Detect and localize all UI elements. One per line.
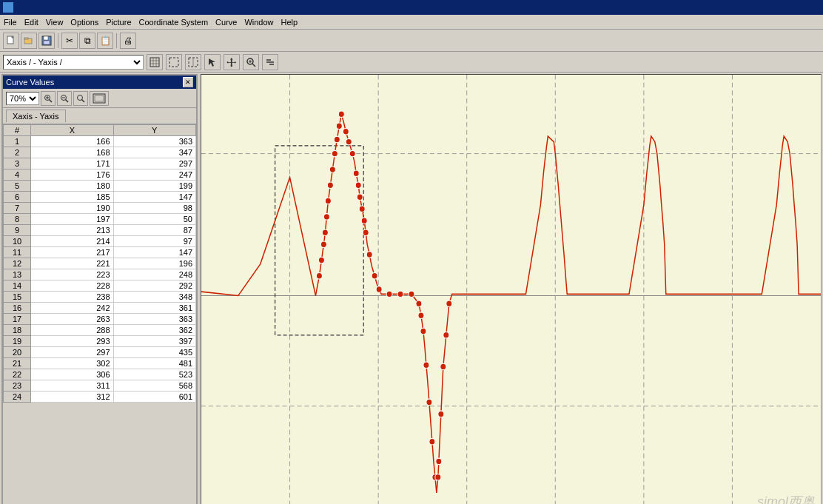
menu-options[interactable]: Options: [67, 17, 102, 27]
row-index: 22: [4, 369, 31, 380]
svg-point-60: [346, 138, 352, 145]
main-area: Curve Values ✕ 70% 50% 100% 150% 200%: [0, 73, 823, 504]
row-x: 168: [31, 147, 113, 158]
row-y: 348: [113, 292, 195, 303]
row-index: 11: [4, 247, 31, 258]
zoom-in-button[interactable]: [41, 91, 56, 106]
row-y: 292: [113, 280, 195, 292]
menu-window[interactable]: Window: [241, 17, 277, 27]
menu-help[interactable]: Help: [278, 17, 302, 27]
row-index: 13: [4, 269, 31, 280]
row-x: 311: [31, 380, 113, 392]
svg-point-86: [446, 300, 452, 307]
row-index: 24: [4, 392, 31, 403]
data-table-container[interactable]: # X Y 1 166 363 2 168 347 3 171 297 4 17…: [3, 124, 196, 504]
zoom-toolbar: 70% 50% 100% 150% 200%: [3, 89, 196, 108]
row-x: 242: [31, 303, 113, 314]
menu-edit[interactable]: Edit: [21, 17, 42, 27]
svg-point-31: [78, 95, 83, 100]
row-index: 1: [4, 136, 31, 147]
table-row: 13 223 248: [4, 269, 196, 280]
svg-point-64: [357, 194, 363, 201]
toolbar-separator-2: [116, 33, 117, 48]
svg-point-78: [426, 399, 432, 406]
svg-point-85: [443, 332, 449, 339]
axis-dropdown[interactable]: Xaxis / - Yaxis /: [3, 55, 144, 70]
select2-button[interactable]: [185, 54, 201, 70]
menu-file[interactable]: File: [0, 17, 21, 27]
svg-point-66: [361, 218, 367, 224]
svg-point-73: [409, 291, 414, 298]
row-y: 362: [113, 325, 195, 336]
menu-curve[interactable]: Curve: [212, 17, 241, 27]
menu-picture[interactable]: Picture: [102, 17, 135, 27]
svg-point-81: [435, 474, 441, 480]
print-button[interactable]: 🖨: [120, 33, 136, 49]
svg-rect-5: [44, 36, 48, 40]
row-index: 23: [4, 380, 31, 392]
svg-point-65: [359, 206, 365, 212]
row-x: 228: [31, 280, 113, 292]
svg-point-52: [325, 198, 331, 204]
menu-coordinate-system[interactable]: Coordinate System: [135, 17, 212, 27]
row-index: 15: [4, 292, 31, 303]
svg-point-50: [322, 229, 328, 236]
panel-close-button[interactable]: ✕: [183, 77, 193, 87]
row-index: 18: [4, 325, 31, 336]
table-row: 16 242 361: [4, 303, 196, 314]
cut-button[interactable]: ✂: [61, 33, 78, 49]
row-y: 196: [113, 258, 195, 269]
grid-button[interactable]: [147, 54, 163, 70]
row-index: 9: [4, 225, 31, 236]
row-index: 20: [4, 347, 31, 358]
new-button[interactable]: [3, 33, 19, 49]
svg-point-70: [376, 286, 382, 293]
panel-title: Curve Values: [6, 78, 54, 87]
select-button[interactable]: [166, 54, 182, 70]
paste-button[interactable]: 📋: [97, 33, 113, 49]
axis-toolbar: Xaxis / - Yaxis /: [0, 52, 823, 73]
zoom-select[interactable]: 70% 50% 100% 150% 200%: [6, 92, 39, 105]
zoom-out-button[interactable]: [57, 91, 72, 106]
row-index: 14: [4, 280, 31, 292]
row-index: 19: [4, 336, 31, 347]
zoom-in-area-button[interactable]: [243, 54, 259, 70]
save-button[interactable]: [38, 33, 55, 49]
xaxis-yaxis-tab[interactable]: Xaxis - Yaxis: [6, 110, 66, 122]
svg-point-51: [323, 214, 329, 221]
row-x: 288: [31, 325, 113, 336]
row-y: 297: [113, 158, 195, 169]
toolbar-separator-1: [58, 33, 58, 48]
row-x: 306: [31, 369, 113, 380]
row-index: 21: [4, 358, 31, 369]
table-row: 6 185 147: [4, 192, 196, 203]
table-row: 19 293 397: [4, 336, 196, 347]
row-x: 185: [31, 192, 113, 203]
row-x: 297: [31, 347, 113, 358]
svg-line-29: [66, 99, 69, 102]
cursor-button[interactable]: [204, 54, 221, 70]
row-index: 6: [4, 192, 31, 203]
row-x: 213: [31, 225, 113, 236]
row-y: 50: [113, 214, 195, 225]
menu-view[interactable]: View: [42, 17, 67, 27]
svg-point-77: [423, 362, 429, 369]
copy-button[interactable]: ⧉: [79, 33, 95, 49]
open-button[interactable]: [21, 33, 37, 49]
zoom-100-button[interactable]: [90, 91, 109, 106]
table-row: 10 214 97: [4, 236, 196, 247]
svg-point-69: [372, 273, 377, 280]
row-x: 171: [31, 158, 113, 169]
svg-point-55: [332, 150, 337, 157]
tools-button[interactable]: [262, 54, 278, 70]
row-x: 221: [31, 258, 113, 269]
zoom-fit-button[interactable]: [73, 91, 88, 106]
svg-rect-6: [44, 41, 50, 44]
curve-values-panel: Curve Values ✕ 70% 50% 100% 150% 200%: [1, 74, 198, 504]
table-row: 3 171 297: [4, 158, 196, 169]
table-row: 12 221 196: [4, 258, 196, 269]
row-y: 347: [113, 147, 195, 158]
move-button[interactable]: [224, 54, 240, 70]
svg-point-53: [327, 182, 333, 189]
table-row: 8 197 50: [4, 214, 196, 225]
